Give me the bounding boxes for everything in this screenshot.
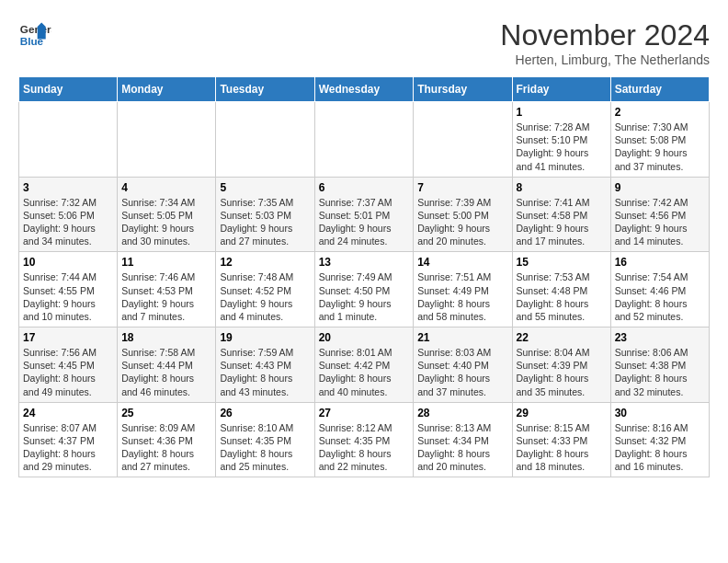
calendar-cell: 8Sunrise: 7:41 AM Sunset: 4:58 PM Daylig… <box>512 177 610 252</box>
calendar-cell: 4Sunrise: 7:34 AM Sunset: 5:05 PM Daylig… <box>118 177 216 252</box>
day-info: Sunrise: 8:09 AM Sunset: 4:36 PM Dayligh… <box>121 421 211 474</box>
calendar-cell: 11Sunrise: 7:46 AM Sunset: 4:53 PM Dayli… <box>118 252 216 327</box>
calendar-cell: 15Sunrise: 7:53 AM Sunset: 4:48 PM Dayli… <box>512 252 610 327</box>
day-number: 20 <box>319 331 410 344</box>
day-number: 16 <box>615 256 705 269</box>
day-info: Sunrise: 8:04 AM Sunset: 4:39 PM Dayligh… <box>517 346 607 398</box>
weekday-header-thursday: Thursday <box>414 77 512 102</box>
calendar-cell: 24Sunrise: 8:07 AM Sunset: 4:37 PM Dayli… <box>19 402 118 477</box>
calendar-cell: 7Sunrise: 7:39 AM Sunset: 5:00 PM Daylig… <box>414 177 512 252</box>
day-number: 18 <box>121 331 211 344</box>
day-info: Sunrise: 7:51 AM Sunset: 4:49 PM Dayligh… <box>417 270 507 323</box>
day-number: 4 <box>121 181 211 194</box>
calendar-cell: 2Sunrise: 7:30 AM Sunset: 5:08 PM Daylig… <box>610 102 709 178</box>
day-info: Sunrise: 8:06 AM Sunset: 4:38 PM Dayligh… <box>615 346 705 398</box>
calendar-cell: 22Sunrise: 8:04 AM Sunset: 4:39 PM Dayli… <box>512 327 610 403</box>
day-number: 7 <box>417 181 507 194</box>
weekday-header-friday: Friday <box>512 77 610 102</box>
weekday-header-saturday: Saturday <box>610 77 709 102</box>
logo-icon: General Blue <box>18 18 51 52</box>
calendar-cell: 18Sunrise: 7:58 AM Sunset: 4:44 PM Dayli… <box>118 327 216 403</box>
day-info: Sunrise: 8:12 AM Sunset: 4:35 PM Dayligh… <box>319 421 410 474</box>
calendar-cell: 5Sunrise: 7:35 AM Sunset: 5:03 PM Daylig… <box>216 177 314 252</box>
calendar-header-row: SundayMondayTuesdayWednesdayThursdayFrid… <box>19 77 710 102</box>
day-number: 25 <box>121 407 211 419</box>
day-info: Sunrise: 7:42 AM Sunset: 4:56 PM Dayligh… <box>615 196 705 248</box>
day-number: 23 <box>615 331 705 344</box>
calendar-cell: 27Sunrise: 8:12 AM Sunset: 4:35 PM Dayli… <box>314 402 414 477</box>
day-info: Sunrise: 7:30 AM Sunset: 5:08 PM Dayligh… <box>615 121 705 173</box>
calendar-table: SundayMondayTuesdayWednesdayThursdayFrid… <box>18 76 710 477</box>
calendar-week-1: 1Sunrise: 7:28 AM Sunset: 5:10 PM Daylig… <box>19 102 710 178</box>
calendar-cell <box>414 102 512 178</box>
weekday-header-wednesday: Wednesday <box>314 77 414 102</box>
day-number: 19 <box>220 331 310 344</box>
day-info: Sunrise: 7:58 AM Sunset: 4:44 PM Dayligh… <box>121 346 211 398</box>
calendar-cell: 21Sunrise: 8:03 AM Sunset: 4:40 PM Dayli… <box>414 327 512 403</box>
day-number: 12 <box>220 256 310 269</box>
day-info: Sunrise: 7:44 AM Sunset: 4:55 PM Dayligh… <box>23 270 113 323</box>
day-info: Sunrise: 7:34 AM Sunset: 5:05 PM Dayligh… <box>121 196 211 248</box>
calendar-cell: 9Sunrise: 7:42 AM Sunset: 4:56 PM Daylig… <box>610 177 709 252</box>
day-info: Sunrise: 8:01 AM Sunset: 4:42 PM Dayligh… <box>319 346 410 398</box>
day-number: 26 <box>220 407 310 419</box>
day-number: 10 <box>23 256 113 269</box>
day-number: 13 <box>319 256 410 269</box>
calendar-cell <box>314 102 414 178</box>
day-info: Sunrise: 8:03 AM Sunset: 4:40 PM Dayligh… <box>417 346 507 398</box>
day-info: Sunrise: 8:10 AM Sunset: 4:35 PM Dayligh… <box>220 421 310 474</box>
calendar-cell: 19Sunrise: 7:59 AM Sunset: 4:43 PM Dayli… <box>216 327 314 403</box>
day-number: 15 <box>517 256 607 269</box>
calendar-cell: 25Sunrise: 8:09 AM Sunset: 4:36 PM Dayli… <box>118 402 216 477</box>
day-info: Sunrise: 7:32 AM Sunset: 5:06 PM Dayligh… <box>23 196 113 248</box>
svg-text:General: General <box>20 23 51 35</box>
calendar-cell: 20Sunrise: 8:01 AM Sunset: 4:42 PM Dayli… <box>314 327 414 403</box>
month-title: November 2024 <box>500 18 710 52</box>
day-info: Sunrise: 8:15 AM Sunset: 4:33 PM Dayligh… <box>517 421 607 474</box>
calendar-cell: 28Sunrise: 8:13 AM Sunset: 4:34 PM Dayli… <box>414 402 512 477</box>
day-number: 8 <box>517 181 607 194</box>
day-number: 28 <box>417 407 507 419</box>
day-number: 14 <box>417 256 507 269</box>
day-info: Sunrise: 7:48 AM Sunset: 4:52 PM Dayligh… <box>220 270 310 323</box>
calendar-week-5: 24Sunrise: 8:07 AM Sunset: 4:37 PM Dayli… <box>19 402 710 477</box>
day-number: 24 <box>23 407 113 419</box>
day-number: 11 <box>121 256 211 269</box>
calendar-cell: 23Sunrise: 8:06 AM Sunset: 4:38 PM Dayli… <box>610 327 709 403</box>
calendar-cell: 17Sunrise: 7:56 AM Sunset: 4:45 PM Dayli… <box>19 327 118 403</box>
day-info: Sunrise: 7:39 AM Sunset: 5:00 PM Dayligh… <box>417 196 507 248</box>
calendar-cell: 26Sunrise: 8:10 AM Sunset: 4:35 PM Dayli… <box>216 402 314 477</box>
day-info: Sunrise: 7:49 AM Sunset: 4:50 PM Dayligh… <box>319 270 410 323</box>
weekday-header-monday: Monday <box>118 77 216 102</box>
calendar-week-3: 10Sunrise: 7:44 AM Sunset: 4:55 PM Dayli… <box>19 252 710 327</box>
day-info: Sunrise: 7:46 AM Sunset: 4:53 PM Dayligh… <box>121 270 211 323</box>
weekday-header-tuesday: Tuesday <box>216 77 314 102</box>
day-info: Sunrise: 8:13 AM Sunset: 4:34 PM Dayligh… <box>417 421 507 474</box>
calendar-cell <box>118 102 216 178</box>
location-subtitle: Herten, Limburg, The Netherlands <box>500 52 710 67</box>
day-info: Sunrise: 7:28 AM Sunset: 5:10 PM Dayligh… <box>517 121 607 173</box>
day-number: 1 <box>517 106 607 119</box>
calendar-cell: 13Sunrise: 7:49 AM Sunset: 4:50 PM Dayli… <box>314 252 414 327</box>
calendar-week-4: 17Sunrise: 7:56 AM Sunset: 4:45 PM Dayli… <box>19 327 710 403</box>
day-number: 22 <box>517 331 607 344</box>
day-number: 21 <box>417 331 507 344</box>
calendar-cell <box>216 102 314 178</box>
calendar-cell: 6Sunrise: 7:37 AM Sunset: 5:01 PM Daylig… <box>314 177 414 252</box>
day-info: Sunrise: 8:16 AM Sunset: 4:32 PM Dayligh… <box>615 421 705 474</box>
day-number: 27 <box>319 407 410 419</box>
calendar-cell <box>19 102 118 178</box>
day-info: Sunrise: 7:37 AM Sunset: 5:01 PM Dayligh… <box>319 196 410 248</box>
weekday-header-sunday: Sunday <box>19 77 118 102</box>
day-number: 29 <box>517 407 607 419</box>
day-number: 9 <box>615 181 705 194</box>
day-number: 30 <box>615 407 705 419</box>
day-number: 17 <box>23 331 113 344</box>
logo: General Blue <box>18 18 51 52</box>
day-info: Sunrise: 7:54 AM Sunset: 4:46 PM Dayligh… <box>615 270 705 323</box>
calendar-week-2: 3Sunrise: 7:32 AM Sunset: 5:06 PM Daylig… <box>19 177 710 252</box>
title-block: November 2024 Herten, Limburg, The Nethe… <box>500 18 710 67</box>
day-info: Sunrise: 7:53 AM Sunset: 4:48 PM Dayligh… <box>517 270 607 323</box>
day-info: Sunrise: 7:35 AM Sunset: 5:03 PM Dayligh… <box>220 196 310 248</box>
day-info: Sunrise: 7:59 AM Sunset: 4:43 PM Dayligh… <box>220 346 310 398</box>
